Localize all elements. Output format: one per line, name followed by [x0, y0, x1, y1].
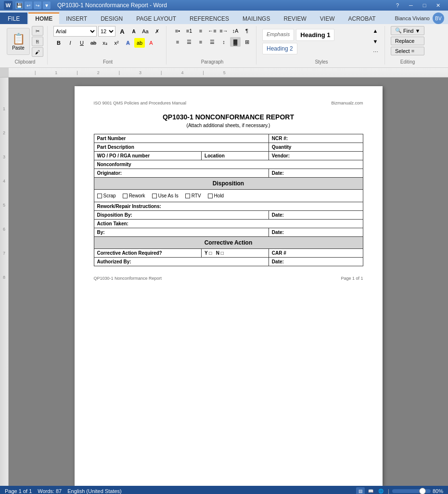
italic-button[interactable]: I — [65, 38, 76, 48]
font-size-buttons: A A Aa ✗ — [117, 26, 162, 36]
increase-indent-button[interactable]: ≡→ — [218, 26, 229, 36]
font-name-select[interactable]: Arial — [53, 26, 97, 37]
zoom-slider[interactable] — [392, 489, 431, 493]
tab-references[interactable]: REFERENCES — [183, 13, 236, 24]
tab-page-layout[interactable]: PAGE LAYOUT — [129, 13, 183, 24]
redo-icon[interactable]: ↪ — [34, 1, 41, 9]
show-formatting-button[interactable]: ¶ — [242, 26, 252, 36]
tab-mailings[interactable]: MAILINGS — [236, 13, 277, 24]
change-case-button[interactable]: Aa — [140, 26, 151, 36]
tab-home[interactable]: HOME — [28, 13, 59, 24]
more-icon[interactable]: ▼ — [43, 1, 51, 9]
rework-instructions-label: Rework/Repair Instructions: — [94, 202, 363, 211]
font-color-button[interactable]: A — [146, 38, 156, 48]
table-row: Corrective Action Required? Y □ N □ CAR … — [94, 249, 363, 258]
rtv-checkbox[interactable]: RTV — [185, 193, 201, 198]
table-row: Nonconformity — [94, 160, 363, 169]
restore-button[interactable]: □ — [418, 0, 431, 11]
part-description-label: Part Description — [94, 143, 269, 152]
superscript-button[interactable]: x² — [111, 38, 122, 48]
numbering-button[interactable]: ≡1 — [184, 26, 194, 36]
hold-checkbox-box[interactable] — [208, 194, 213, 198]
rtv-checkbox-box[interactable] — [185, 194, 190, 198]
shrink-font-button[interactable]: A — [128, 26, 139, 36]
justify-button[interactable]: ☰ — [207, 37, 218, 47]
grow-font-button[interactable]: A — [117, 26, 128, 36]
disposition-header-row: Disposition — [94, 178, 363, 190]
undo-icon[interactable]: ↩ — [25, 1, 32, 9]
format-painter-button[interactable]: 🖌 — [32, 47, 43, 57]
paste-button[interactable]: 📋 Paste — [7, 28, 30, 55]
styles-down-button[interactable]: ▼ — [370, 37, 381, 46]
editing-group: 🔍 Find ▼ Replace Select = Editing — [387, 26, 428, 65]
authorized-date-label: Date: — [269, 258, 363, 266]
copy-button[interactable]: ⎘ — [32, 37, 43, 46]
para-controls: ≡• ≡1 ≡ ←≡ ≡→ ↕A ¶ ≡ ☰ ≡ ☰ ↕ ▓ ⊞ — [172, 26, 252, 47]
tab-design[interactable]: DESIGN — [94, 13, 129, 24]
tab-insert[interactable]: INSERT — [59, 13, 94, 24]
close-button[interactable]: ✕ — [432, 0, 444, 11]
document-scroll-area[interactable]: ISO 9001 QMS Policies and Procedures Man… — [9, 78, 448, 486]
multilevel-button[interactable]: ≡ — [195, 26, 206, 36]
style-emphasis[interactable]: Emphasis — [262, 29, 294, 41]
read-mode-view[interactable]: 📖 — [366, 487, 375, 494]
help-button[interactable]: ? — [391, 0, 404, 11]
zoom-slider-thumb[interactable] — [419, 488, 426, 494]
styles-up-button[interactable]: ▲ — [370, 26, 381, 36]
style-heading1[interactable]: Heading 1 — [296, 29, 334, 41]
styles-more-button[interactable]: ⋯ — [370, 47, 381, 57]
bullets-button[interactable]: ≡• — [172, 26, 183, 36]
strikethrough-button[interactable]: ab — [88, 38, 99, 48]
ribbon: FILE HOME INSERT DESIGN PAGE LAYOUT REFE… — [0, 11, 448, 68]
shading-button[interactable]: ▓ — [230, 37, 241, 47]
tab-acrobat[interactable]: ACROBAT — [341, 13, 382, 24]
title-bar: W 💾 ↩ ↪ ▼ QP1030-1 Nonconformance Report… — [0, 0, 448, 11]
subscript-button[interactable]: x₂ — [100, 38, 110, 48]
align-center-button[interactable]: ☰ — [184, 37, 194, 47]
table-row: Originator: Date: — [94, 169, 363, 178]
style-heading2[interactable]: Heading 2 — [262, 43, 297, 54]
bold-button[interactable]: B — [53, 38, 64, 48]
language: English (United States) — [67, 488, 122, 494]
text-effect-button[interactable]: A — [123, 38, 133, 48]
font-size-select[interactable]: 12 — [98, 26, 115, 37]
tab-review[interactable]: REVIEW — [277, 13, 313, 24]
find-icon: 🔍 — [395, 27, 402, 34]
sort-button[interactable]: ↕A — [230, 26, 241, 36]
window-controls[interactable]: ? ─ □ ✕ — [391, 0, 444, 11]
align-left-button[interactable]: ≡ — [172, 37, 183, 47]
cut-button[interactable]: ✂ — [32, 26, 43, 36]
tab-view[interactable]: VIEW — [313, 13, 342, 24]
print-layout-view[interactable]: ▤ — [356, 487, 365, 494]
web-layout-view[interactable]: 🌐 — [376, 487, 385, 494]
view-icons: ▤ 📖 🌐 — [356, 487, 385, 494]
title-bar-title: QP1030-1 Nonconformance Report - Word — [57, 2, 167, 9]
find-button[interactable]: 🔍 Find ▼ — [391, 26, 424, 35]
underline-button[interactable]: U — [77, 38, 87, 48]
select-button[interactable]: Select = — [391, 47, 424, 55]
wo-po-label: WO / PO / RGA number — [94, 152, 202, 160]
border-button[interactable]: ⊞ — [242, 37, 252, 47]
status-right: ▤ 📖 🌐 | 80% — [356, 487, 443, 494]
decrease-indent-button[interactable]: ←≡ — [207, 26, 218, 36]
use-as-is-checkbox-box[interactable] — [152, 194, 157, 198]
disposition-by-label: Disposition By: — [94, 211, 269, 220]
clear-format-button[interactable]: ✗ — [152, 26, 162, 36]
rework-checkbox-box[interactable] — [123, 194, 128, 198]
use-as-is-checkbox[interactable]: Use As Is — [152, 193, 179, 198]
align-right-button[interactable]: ≡ — [195, 37, 206, 47]
tab-file[interactable]: FILE — [0, 13, 27, 24]
scrap-checkbox[interactable]: Scrap — [97, 193, 116, 198]
scrap-checkbox-box[interactable] — [97, 194, 102, 198]
save-icon[interactable]: 💾 — [15, 1, 23, 9]
paste-label: Paste — [12, 45, 25, 51]
rework-checkbox[interactable]: Rework — [123, 193, 145, 198]
line-spacing-button[interactable]: ↕ — [218, 37, 229, 47]
zoom-control[interactable]: 80% — [392, 488, 443, 494]
replace-button[interactable]: Replace — [391, 37, 424, 45]
user-avatar[interactable]: BV — [433, 13, 444, 24]
font-controls: Arial 12 A A Aa ✗ B I U ab — [53, 26, 162, 48]
hold-checkbox[interactable]: Hold — [208, 193, 224, 198]
minimize-button[interactable]: ─ — [405, 0, 417, 11]
highlight-button[interactable]: ab — [134, 38, 145, 48]
